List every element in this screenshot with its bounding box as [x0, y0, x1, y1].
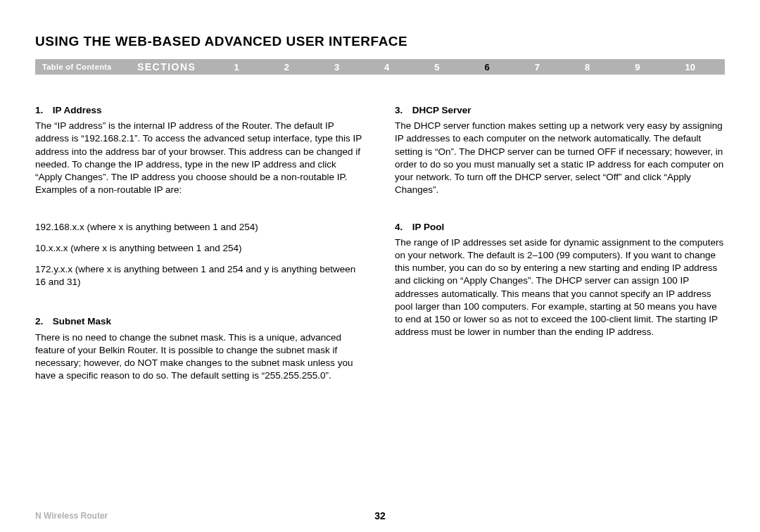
- page-title: USING THE WEB-BASED ADVANCED USER INTERF…: [35, 34, 725, 49]
- section-link-4[interactable]: 4: [380, 62, 393, 72]
- sections-label: SECTIONS: [119, 61, 212, 72]
- example-ip-172: 172.y.x.x (where x is anything between 1…: [35, 263, 365, 289]
- right-column: 3. DHCP Server The DHCP server function …: [395, 104, 725, 395]
- heading-subnet-mask: 2. Subnet Mask: [35, 315, 365, 328]
- example-ip-10: 10.x.x.x (where x is anything between 1 …: [35, 242, 365, 255]
- section-link-6[interactable]: 6: [481, 62, 494, 72]
- section-link-5[interactable]: 5: [430, 62, 443, 72]
- paragraph-ip-pool: The range of IP addresses set aside for …: [395, 236, 725, 339]
- section-link-1[interactable]: 1: [229, 62, 243, 72]
- section-link-10[interactable]: 10: [680, 62, 699, 72]
- document-page: USING THE WEB-BASED ADVANCED USER INTERF…: [0, 0, 760, 532]
- heading-dhcp-server: 3. DHCP Server: [395, 104, 725, 117]
- left-column: 1. IP Address The “IP address” is the in…: [35, 104, 365, 395]
- section-link-8[interactable]: 8: [581, 62, 594, 72]
- section-link-2[interactable]: 2: [280, 62, 293, 72]
- footer-page-number: 32: [374, 510, 386, 521]
- paragraph-ip-address: The “IP address” is the internal IP addr…: [35, 120, 365, 196]
- heading-ip-address: 1. IP Address: [35, 104, 365, 117]
- toc-link[interactable]: Table of Contents: [35, 59, 119, 75]
- page-footer: N Wireless Router 32: [35, 511, 725, 521]
- section-navbar: Table of Contents SECTIONS 1 2 3 4 5 6 7…: [35, 59, 725, 75]
- paragraph-dhcp-server: The DHCP server function makes setting u…: [395, 120, 725, 196]
- section-link-7[interactable]: 7: [531, 62, 544, 72]
- example-ip-192: 192.168.x.x (where x is anything between…: [35, 221, 365, 234]
- footer-product-label: N Wireless Router: [35, 511, 108, 521]
- section-link-9[interactable]: 9: [631, 62, 644, 72]
- paragraph-subnet-mask: There is no need to change the subnet ma…: [35, 331, 365, 383]
- content-columns: 1. IP Address The “IP address” is the in…: [35, 104, 725, 395]
- section-link-3[interactable]: 3: [330, 62, 343, 72]
- section-number-list: 1 2 3 4 5 6 7 8 9 10: [211, 62, 725, 72]
- heading-ip-pool: 4. IP Pool: [395, 221, 725, 234]
